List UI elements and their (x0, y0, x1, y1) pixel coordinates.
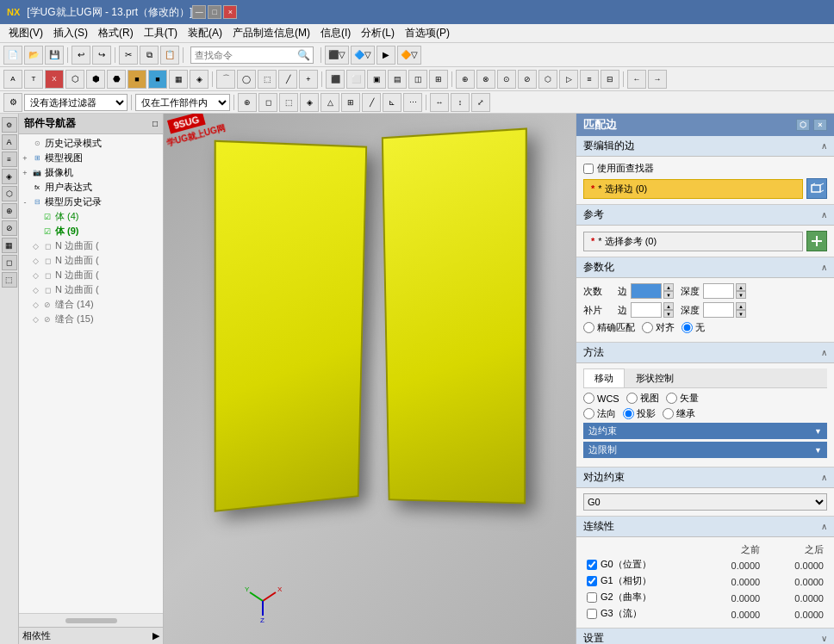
tree-item-nsurf1[interactable]: ◇ ◻ N 边曲面 ( (21, 238, 161, 253)
section-method-header[interactable]: 方法 ∧ (576, 343, 834, 363)
tree-item-model-history[interactable]: - ⊟ 模型历史记录 (21, 195, 161, 209)
minimize-button[interactable]: — (192, 5, 206, 19)
radio-normal[interactable] (583, 408, 594, 419)
view-btn2[interactable]: 🔷▽ (351, 46, 375, 65)
menu-mfg-info[interactable]: 产品制造信息(M) (227, 24, 315, 42)
tb2-btn10[interactable]: ◈ (190, 70, 208, 89)
panel-close-btn[interactable]: × (813, 119, 827, 131)
tree-item-nsurf4[interactable]: ◇ ◻ N 边曲面 ( (21, 282, 161, 297)
radio-exact-label[interactable]: 精确匹配 (583, 321, 635, 334)
patch-side-input[interactable]: 1 (631, 302, 662, 318)
copy-btn[interactable]: ⧉ (140, 46, 159, 65)
radio-view-label[interactable]: 视图 (626, 392, 659, 405)
tree-item-nsurf3[interactable]: ◇ ◻ N 边曲面 ( (21, 268, 161, 282)
radio-align-label[interactable]: 对齐 (642, 321, 675, 334)
tb2-nav1[interactable]: ← (627, 70, 646, 89)
tb2-solid3[interactable]: ▣ (367, 70, 386, 89)
menu-analysis[interactable]: 分析(L) (356, 24, 400, 42)
tb2-misc5[interactable]: ⬡ (538, 70, 557, 89)
radio-none[interactable] (682, 322, 693, 333)
left-icon-4[interactable]: ◈ (2, 169, 17, 184)
view-btn1[interactable]: ⬛▽ (325, 46, 349, 65)
degree-depth-down[interactable]: ▼ (736, 291, 746, 299)
tb2-curve1[interactable]: ⌒ (216, 70, 235, 89)
radio-normal-label[interactable]: 法向 (583, 407, 616, 420)
snap-btn9[interactable]: ⋯ (403, 93, 422, 112)
search-box[interactable]: 🔍 (190, 46, 314, 64)
patch-side-down[interactable]: ▼ (663, 310, 674, 318)
snap-btn4[interactable]: ◈ (300, 93, 319, 112)
tree-item-sew14[interactable]: ◇ ⊘ 缝合 (14) (21, 297, 161, 312)
move-btn2[interactable]: ↕ (451, 93, 470, 112)
tb2-misc4[interactable]: ⊘ (518, 70, 537, 89)
left-icon-1[interactable]: ⚙ (2, 117, 17, 133)
select-ref-button[interactable]: * * 选择参考 (0) (583, 232, 803, 251)
tb2-misc1[interactable]: ⊕ (456, 70, 475, 89)
radio-proj[interactable] (623, 408, 634, 419)
snap-btn6[interactable]: ⊞ (341, 93, 360, 112)
maximize-button[interactable]: □ (208, 5, 221, 19)
expand-icon-minus[interactable]: - (21, 198, 29, 207)
tb2-nav2[interactable]: → (648, 70, 667, 89)
filter-select[interactable]: 没有选择过滤器 (24, 94, 128, 111)
tb2-curve4[interactable]: ╱ (278, 70, 297, 89)
tree-item-sew15[interactable]: ◇ ⊘ 缝合 (15) (21, 312, 161, 326)
tree-item-nsurf2[interactable]: ◇ ◻ N 边曲面 ( (21, 253, 161, 268)
new-btn[interactable]: 📄 (3, 46, 22, 65)
undo-btn[interactable]: ↩ (72, 46, 90, 65)
paste-btn[interactable]: 📋 (160, 46, 179, 65)
snap-btn3[interactable]: ⬚ (279, 93, 298, 112)
menu-assembly[interactable]: 装配(A) (183, 24, 227, 42)
radio-none-label[interactable]: 无 (682, 321, 705, 334)
panel-float-btn[interactable]: ⬡ (796, 119, 810, 131)
section-edit-edge-header[interactable]: 要编辑的边 ∧ (576, 136, 834, 157)
tab-move[interactable]: 移动 (583, 368, 625, 387)
section-opp-header[interactable]: 对边约束 ∧ (576, 468, 834, 488)
section-parameterize-header[interactable]: 参数化 ∧ (576, 257, 834, 278)
radio-exact[interactable] (583, 322, 594, 333)
patch-depth-down[interactable]: ▼ (736, 310, 746, 318)
section-settings-header[interactable]: 设置 ∨ (576, 629, 834, 644)
redo-btn[interactable]: ↪ (92, 46, 111, 65)
patch-depth-input[interactable]: 1 (703, 302, 734, 318)
radio-inherit-label[interactable]: 继承 (663, 407, 695, 420)
move-btn1[interactable]: ↔ (430, 93, 449, 112)
snap-btn8[interactable]: ⊾ (383, 93, 401, 112)
use-face-finder-checkbox[interactable] (583, 164, 594, 174)
tb2-curve5[interactable]: + (299, 70, 318, 89)
left-icon-6[interactable]: ⊕ (2, 203, 17, 219)
radio-vector-label[interactable]: 矢量 (666, 392, 699, 405)
g3-checkbox[interactable] (587, 609, 597, 619)
left-icon-8[interactable]: ▦ (2, 238, 17, 253)
menu-tools[interactable]: 工具(T) (139, 24, 183, 42)
tree-item-body9[interactable]: ☑ 体 (9) (21, 224, 161, 238)
scope-select[interactable]: 仅在工作部件内 (135, 94, 230, 111)
move-btn3[interactable]: ⤢ (471, 93, 490, 112)
radio-proj-label[interactable]: 投影 (623, 407, 656, 420)
radio-wcs[interactable] (583, 393, 594, 404)
degree-depth-up[interactable]: ▲ (736, 283, 746, 291)
close-button[interactable]: × (223, 5, 237, 19)
left-icon-2[interactable]: A (2, 134, 17, 150)
save-btn[interactable]: 💾 (45, 46, 64, 65)
menu-insert[interactable]: 插入(S) (48, 24, 93, 42)
tree-item-body4[interactable]: ☑ 体 (4) (21, 209, 161, 224)
tb2-misc6[interactable]: ▷ (559, 70, 578, 89)
radio-view[interactable] (626, 393, 638, 404)
menu-view[interactable]: 视图(V) (3, 24, 48, 42)
menu-format[interactable]: 格式(R) (93, 24, 139, 42)
snap-btn[interactable]: ⊕ (238, 93, 257, 112)
tb2-solid4[interactable]: ▤ (388, 70, 407, 89)
settings-icon[interactable]: ⚙ (3, 93, 22, 112)
use-face-finder-label[interactable]: 使用面查找器 (597, 162, 654, 175)
tb2-btn5[interactable]: ⬢ (86, 70, 105, 89)
tb2-btn2[interactable]: T (24, 70, 43, 89)
degree-side-input[interactable]: 5 (631, 283, 662, 299)
tb2-solid6[interactable]: ⊞ (429, 70, 448, 89)
nav-expand-icon[interactable]: □ (152, 119, 158, 128)
tb2-solid2[interactable]: ⬜ (346, 70, 365, 89)
tb2-curve2[interactable]: ◯ (237, 70, 256, 89)
patch-side-up[interactable]: ▲ (663, 302, 674, 310)
left-icon-9[interactable]: ◻ (2, 255, 17, 270)
tb2-btn7[interactable]: ■ (128, 70, 146, 89)
